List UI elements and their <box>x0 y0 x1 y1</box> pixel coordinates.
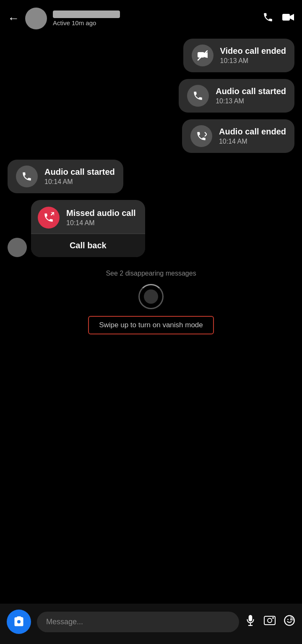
audio-call-started-out-time: 10:13 AM <box>216 97 286 105</box>
vanish-mode-label: Swipe up to turn on vanish mode <box>88 316 214 334</box>
bubble-audio-call-started-out: Audio call started 10:13 AM <box>179 79 294 113</box>
audio-call-ended-out-icon <box>190 125 212 147</box>
svg-point-13 <box>287 619 289 620</box>
audio-call-ended-out-info: Audio call ended 10:14 AM <box>219 127 286 145</box>
missed-call-bubble: Missed audio call 10:14 AM Call back <box>31 200 145 257</box>
missed-call-icon <box>38 207 60 229</box>
audio-call-ended-out-title: Audio call ended <box>219 127 286 137</box>
disappearing-messages-section: See 2 disappearing messages Swipe up to … <box>0 261 302 339</box>
missed-call-time: 10:14 AM <box>66 219 136 227</box>
message-audio-call-ended-out: Audio call ended 10:14 AM <box>8 119 294 153</box>
sender-avatar <box>8 238 27 257</box>
back-button[interactable]: ← <box>8 13 19 24</box>
vanish-mode-circle <box>138 284 164 309</box>
disappearing-messages-text[interactable]: See 2 disappearing messages <box>106 270 196 277</box>
call-back-button[interactable]: Call back <box>31 234 145 257</box>
contact-info: Active 10m ago <box>53 11 257 26</box>
svg-rect-6 <box>249 615 253 621</box>
audio-call-started-in-title: Audio call started <box>44 167 115 177</box>
message-missed-call: Missed audio call 10:14 AM Call back <box>8 200 294 257</box>
contact-status: Active 10m ago <box>53 19 257 26</box>
audio-call-started-out-title: Audio call started <box>216 87 286 96</box>
message-placeholder[interactable]: Message... <box>46 618 230 626</box>
sticker-button[interactable] <box>284 615 295 629</box>
message-video-call-ended: Video call ended 10:13 AM <box>8 39 294 72</box>
header-actions <box>263 12 294 26</box>
contact-avatar <box>25 8 47 29</box>
svg-marker-1 <box>290 14 294 21</box>
camera-button[interactable] <box>7 610 31 634</box>
audio-call-started-in-info: Audio call started 10:14 AM <box>44 167 115 186</box>
audio-call-started-out-icon <box>187 85 209 107</box>
missed-call-title: Missed audio call <box>66 208 136 218</box>
audio-call-started-out-info: Audio call started 10:13 AM <box>216 87 286 105</box>
input-action-buttons <box>245 615 295 629</box>
message-audio-call-started-in: Audio call started 10:14 AM <box>8 160 294 193</box>
bubble-video-call-ended: Video call ended 10:13 AM <box>183 39 294 72</box>
audio-call-started-in-time: 10:14 AM <box>44 178 115 186</box>
message-input-bar: Message... <box>0 604 302 644</box>
video-call-ended-icon <box>192 45 213 66</box>
photo-button[interactable] <box>263 615 276 629</box>
video-call-ended-title: Video call ended <box>220 46 286 56</box>
missed-call-info: Missed audio call 10:14 AM <box>66 208 136 227</box>
video-call-ended-time: 10:13 AM <box>220 57 286 65</box>
video-call-ended-info: Video call ended 10:13 AM <box>220 46 286 65</box>
missed-call-top: Missed audio call 10:14 AM <box>31 200 145 234</box>
svg-point-10 <box>268 618 272 623</box>
svg-point-11 <box>272 617 274 619</box>
bubble-audio-call-started-in: Audio call started 10:14 AM <box>8 160 123 193</box>
vanish-circle-inner <box>144 289 158 304</box>
microphone-button[interactable] <box>245 615 256 629</box>
voice-call-button[interactable] <box>263 12 273 26</box>
video-call-button[interactable] <box>282 12 294 26</box>
bubble-audio-call-ended-out: Audio call ended 10:14 AM <box>182 119 294 153</box>
message-audio-call-started-out: Audio call started 10:13 AM <box>8 79 294 113</box>
chat-header: ← Active 10m ago <box>0 0 302 34</box>
contact-name-bar <box>53 11 120 18</box>
audio-call-started-in-icon <box>16 166 38 187</box>
svg-rect-0 <box>282 14 290 21</box>
message-input-area[interactable]: Message... <box>37 612 239 632</box>
chat-area: Video call ended 10:13 AM Audio call sta… <box>0 34 302 261</box>
audio-call-ended-out-time: 10:14 AM <box>219 138 286 145</box>
